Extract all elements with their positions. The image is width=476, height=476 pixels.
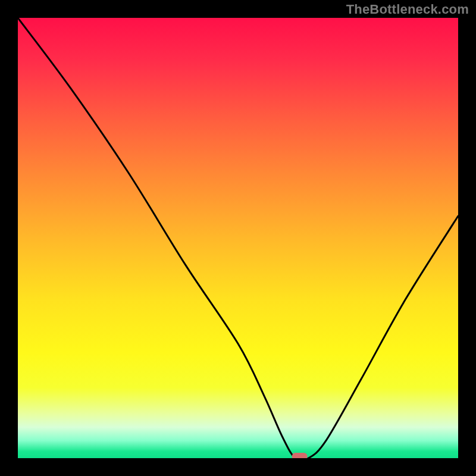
watermark-text: TheBottleneck.com: [346, 2, 469, 17]
optimal-marker: [292, 453, 308, 458]
bottleneck-curve-path: [18, 18, 458, 458]
curve-svg: [18, 18, 458, 458]
chart-frame: TheBottleneck.com: [0, 0, 476, 476]
plot-area: [18, 18, 458, 458]
